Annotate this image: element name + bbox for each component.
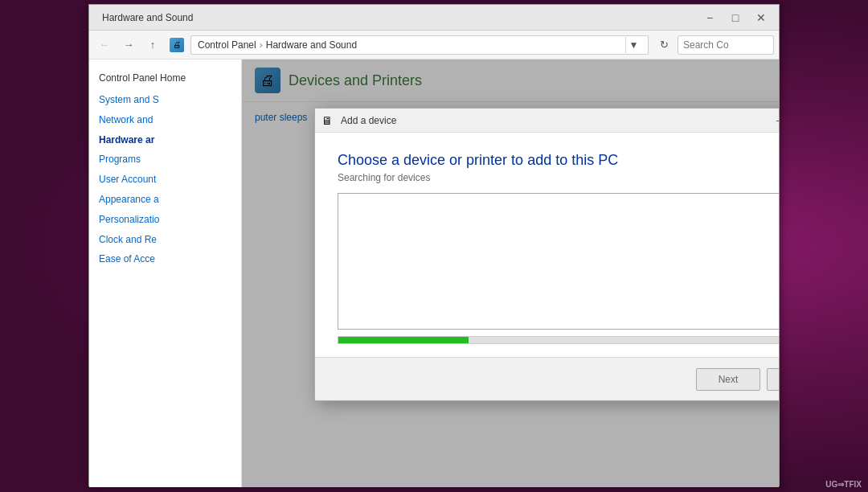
progress-bar-container	[338, 336, 779, 344]
content-area: Control Panel Home System and S Network …	[89, 59, 779, 487]
dialog-footer: Next Cancel	[315, 357, 779, 400]
address-field[interactable]: Control Panel › Hardware and Sound ▼	[190, 35, 649, 55]
dialog-icon: 🖥	[321, 114, 334, 127]
back-button[interactable]: ←	[94, 35, 115, 55]
breadcrumb-hardware-sound[interactable]: Hardware and Sound	[266, 39, 357, 51]
progress-bar-fill	[338, 337, 469, 343]
sidebar-item-user-account[interactable]: User Account	[89, 170, 241, 190]
dialog-heading: Choose a device or printer to add to thi…	[338, 152, 779, 169]
sidebar-item-clock[interactable]: Clock and Re	[89, 230, 241, 250]
address-dropdown-button[interactable]: ▼	[625, 35, 641, 55]
sidebar-item-system[interactable]: System and S	[89, 90, 241, 110]
browser-window: Hardware and Sound − □ ✕ ← → ↑ 🖨 Control…	[88, 4, 780, 486]
address-bar: ← → ↑ 🖨 Control Panel › Hardware and Sou…	[89, 31, 779, 59]
minimize-button[interactable]: −	[698, 10, 721, 26]
sidebar-title: Control Panel Home	[89, 69, 241, 90]
add-device-dialog: 🖥 Add a device − □ × Choose a device or …	[314, 108, 779, 401]
dialog-minimize-button[interactable]: −	[768, 113, 779, 129]
sidebar-item-ease-of-access[interactable]: Ease of Acce	[89, 249, 241, 269]
breadcrumb-control-panel[interactable]: Control Panel	[198, 39, 256, 51]
dialog-subtext: Searching for devices	[338, 172, 779, 183]
dialog-title-text: Add a device	[341, 115, 765, 126]
breadcrumb: Control Panel › Hardware and Sound	[198, 39, 625, 51]
forward-button[interactable]: →	[118, 35, 139, 55]
sidebar-item-appearance[interactable]: Appearance a	[89, 190, 241, 210]
cancel-button[interactable]: Cancel	[767, 368, 779, 391]
sidebar-item-personalization[interactable]: Personalizatio	[89, 210, 241, 230]
up-button[interactable]: ↑	[142, 35, 163, 55]
title-bar-text: Hardware and Sound	[96, 12, 695, 23]
sidebar-item-programs[interactable]: Programs	[89, 150, 241, 170]
breadcrumb-sep-1: ›	[260, 39, 263, 51]
refresh-button[interactable]: ↻	[653, 35, 674, 55]
watermark: UG⇒TFIX	[825, 480, 862, 489]
title-bar: Hardware and Sound − □ ✕	[89, 5, 779, 31]
sidebar-item-hardware[interactable]: Hardware ar	[89, 130, 241, 150]
next-button[interactable]: Next	[696, 368, 760, 391]
sidebar: Control Panel Home System and S Network …	[89, 59, 242, 487]
dialog-titlebar: 🖥 Add a device − □ ×	[315, 109, 779, 133]
main-panel: 🖨 Devices and Printers puter sleeps 🖥	[242, 59, 779, 487]
maximize-button[interactable]: □	[724, 10, 747, 26]
dialog-content: Choose a device or printer to add to thi…	[315, 133, 779, 357]
close-button[interactable]: ✕	[750, 10, 772, 26]
sidebar-item-network[interactable]: Network and	[89, 110, 241, 130]
device-list-box[interactable]	[338, 193, 779, 330]
search-input[interactable]	[678, 35, 774, 55]
